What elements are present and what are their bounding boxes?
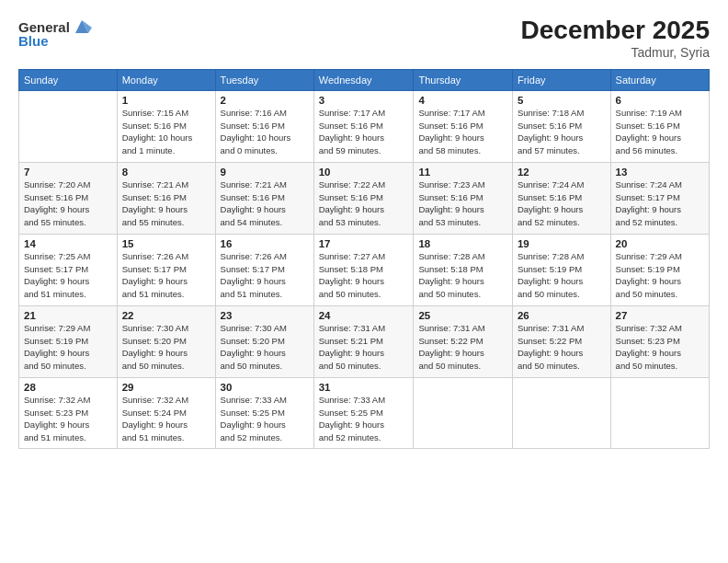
weekday-header-sunday: Sunday bbox=[19, 69, 118, 90]
day-number: 19 bbox=[518, 238, 606, 249]
week-row-4: 21Sunrise: 7:29 AM Sunset: 5:19 PM Dayli… bbox=[19, 305, 710, 377]
day-info: Sunrise: 7:17 AM Sunset: 5:16 PM Dayligh… bbox=[319, 107, 409, 157]
calendar-cell: 9Sunrise: 7:21 AM Sunset: 5:16 PM Daylig… bbox=[215, 162, 313, 234]
logo-blue-text: Blue bbox=[18, 33, 49, 49]
day-info: Sunrise: 7:29 AM Sunset: 5:19 PM Dayligh… bbox=[24, 322, 112, 373]
day-info: Sunrise: 7:21 AM Sunset: 5:16 PM Dayligh… bbox=[122, 178, 210, 229]
logo-general-text: General bbox=[18, 19, 70, 35]
calendar-cell: 21Sunrise: 7:29 AM Sunset: 5:19 PM Dayli… bbox=[19, 305, 118, 377]
day-number: 14 bbox=[24, 238, 112, 249]
day-info: Sunrise: 7:26 AM Sunset: 5:17 PM Dayligh… bbox=[221, 250, 309, 301]
day-info: Sunrise: 7:33 AM Sunset: 5:25 PM Dayligh… bbox=[221, 394, 309, 444]
day-number: 29 bbox=[122, 382, 210, 393]
day-number: 24 bbox=[319, 310, 409, 321]
title-block: December 2025 Tadmur, Syria bbox=[521, 17, 710, 60]
weekday-header-row: SundayMondayTuesdayWednesdayThursdayFrid… bbox=[19, 69, 710, 90]
day-info: Sunrise: 7:32 AM Sunset: 5:23 PM Dayligh… bbox=[616, 322, 704, 373]
day-info: Sunrise: 7:24 AM Sunset: 5:16 PM Dayligh… bbox=[518, 178, 606, 229]
day-info: Sunrise: 7:24 AM Sunset: 5:17 PM Dayligh… bbox=[616, 178, 704, 229]
week-row-1: 1Sunrise: 7:15 AM Sunset: 5:16 PM Daylig… bbox=[19, 90, 710, 162]
day-number: 4 bbox=[418, 95, 507, 106]
calendar-cell bbox=[414, 377, 513, 448]
location-title: Tadmur, Syria bbox=[521, 45, 710, 60]
day-info: Sunrise: 7:26 AM Sunset: 5:17 PM Dayligh… bbox=[122, 250, 210, 301]
weekday-header-thursday: Thursday bbox=[414, 69, 513, 90]
day-info: Sunrise: 7:16 AM Sunset: 5:16 PM Dayligh… bbox=[221, 107, 309, 157]
weekday-header-tuesday: Tuesday bbox=[215, 69, 313, 90]
day-info: Sunrise: 7:21 AM Sunset: 5:16 PM Dayligh… bbox=[221, 178, 309, 229]
header: General Blue December 2025 Tadmur, Syria bbox=[18, 17, 710, 60]
day-number: 27 bbox=[616, 310, 704, 321]
day-number: 12 bbox=[518, 167, 606, 178]
day-info: Sunrise: 7:22 AM Sunset: 5:16 PM Dayligh… bbox=[319, 178, 409, 229]
day-number: 20 bbox=[616, 238, 704, 249]
day-number: 16 bbox=[221, 238, 309, 249]
calendar-cell bbox=[512, 377, 610, 448]
weekday-header-friday: Friday bbox=[512, 69, 610, 90]
day-number: 9 bbox=[221, 167, 309, 178]
calendar-cell: 4Sunrise: 7:17 AM Sunset: 5:16 PM Daylig… bbox=[414, 90, 513, 162]
calendar-cell: 23Sunrise: 7:30 AM Sunset: 5:20 PM Dayli… bbox=[215, 305, 313, 377]
day-number: 13 bbox=[616, 167, 704, 178]
day-info: Sunrise: 7:31 AM Sunset: 5:22 PM Dayligh… bbox=[518, 322, 606, 373]
day-number: 15 bbox=[122, 238, 210, 249]
day-number: 17 bbox=[319, 238, 409, 249]
calendar-cell: 18Sunrise: 7:28 AM Sunset: 5:18 PM Dayli… bbox=[414, 234, 513, 305]
day-number: 6 bbox=[616, 95, 704, 106]
day-number: 3 bbox=[319, 95, 409, 106]
weekday-header-monday: Monday bbox=[117, 69, 215, 90]
day-info: Sunrise: 7:33 AM Sunset: 5:25 PM Dayligh… bbox=[319, 394, 409, 444]
month-title: December 2025 bbox=[521, 17, 710, 45]
day-info: Sunrise: 7:28 AM Sunset: 5:19 PM Dayligh… bbox=[518, 250, 606, 301]
calendar-cell: 26Sunrise: 7:31 AM Sunset: 5:22 PM Dayli… bbox=[512, 305, 610, 377]
day-info: Sunrise: 7:25 AM Sunset: 5:17 PM Dayligh… bbox=[24, 250, 112, 301]
calendar-cell: 16Sunrise: 7:26 AM Sunset: 5:17 PM Dayli… bbox=[215, 234, 313, 305]
weekday-header-wednesday: Wednesday bbox=[313, 69, 414, 90]
week-row-2: 7Sunrise: 7:20 AM Sunset: 5:16 PM Daylig… bbox=[19, 162, 710, 234]
day-info: Sunrise: 7:19 AM Sunset: 5:16 PM Dayligh… bbox=[616, 107, 704, 157]
calendar-cell: 5Sunrise: 7:18 AM Sunset: 5:16 PM Daylig… bbox=[512, 90, 610, 162]
calendar-table: SundayMondayTuesdayWednesdayThursdayFrid… bbox=[18, 69, 710, 449]
day-number: 25 bbox=[418, 310, 507, 321]
calendar-cell: 27Sunrise: 7:32 AM Sunset: 5:23 PM Dayli… bbox=[610, 305, 709, 377]
calendar-cell: 1Sunrise: 7:15 AM Sunset: 5:16 PM Daylig… bbox=[117, 90, 215, 162]
calendar-cell: 14Sunrise: 7:25 AM Sunset: 5:17 PM Dayli… bbox=[19, 234, 118, 305]
day-info: Sunrise: 7:15 AM Sunset: 5:16 PM Dayligh… bbox=[122, 107, 210, 157]
day-info: Sunrise: 7:20 AM Sunset: 5:16 PM Dayligh… bbox=[24, 178, 112, 229]
day-number: 1 bbox=[122, 95, 210, 106]
calendar-cell: 25Sunrise: 7:31 AM Sunset: 5:22 PM Dayli… bbox=[414, 305, 513, 377]
day-number: 30 bbox=[221, 382, 309, 393]
calendar-cell: 11Sunrise: 7:23 AM Sunset: 5:16 PM Dayli… bbox=[414, 162, 513, 234]
page: General Blue December 2025 Tadmur, Syria… bbox=[0, 0, 728, 563]
day-number: 23 bbox=[221, 310, 309, 321]
week-row-5: 28Sunrise: 7:32 AM Sunset: 5:23 PM Dayli… bbox=[19, 377, 710, 448]
day-info: Sunrise: 7:30 AM Sunset: 5:20 PM Dayligh… bbox=[221, 322, 309, 373]
calendar-cell: 2Sunrise: 7:16 AM Sunset: 5:16 PM Daylig… bbox=[215, 90, 313, 162]
calendar-cell: 28Sunrise: 7:32 AM Sunset: 5:23 PM Dayli… bbox=[19, 377, 118, 448]
day-number: 21 bbox=[24, 310, 112, 321]
day-number: 28 bbox=[24, 382, 112, 393]
day-number: 7 bbox=[24, 167, 112, 178]
day-number: 11 bbox=[418, 167, 507, 178]
day-info: Sunrise: 7:32 AM Sunset: 5:24 PM Dayligh… bbox=[122, 394, 210, 444]
day-info: Sunrise: 7:31 AM Sunset: 5:21 PM Dayligh… bbox=[319, 322, 409, 373]
calendar-cell: 13Sunrise: 7:24 AM Sunset: 5:17 PM Dayli… bbox=[610, 162, 709, 234]
calendar-cell: 10Sunrise: 7:22 AM Sunset: 5:16 PM Dayli… bbox=[313, 162, 414, 234]
calendar-cell: 7Sunrise: 7:20 AM Sunset: 5:16 PM Daylig… bbox=[19, 162, 118, 234]
calendar-cell: 22Sunrise: 7:30 AM Sunset: 5:20 PM Dayli… bbox=[117, 305, 215, 377]
day-info: Sunrise: 7:31 AM Sunset: 5:22 PM Dayligh… bbox=[418, 322, 507, 373]
calendar-cell: 29Sunrise: 7:32 AM Sunset: 5:24 PM Dayli… bbox=[117, 377, 215, 448]
calendar-cell: 17Sunrise: 7:27 AM Sunset: 5:18 PM Dayli… bbox=[313, 234, 414, 305]
day-info: Sunrise: 7:29 AM Sunset: 5:19 PM Dayligh… bbox=[616, 250, 704, 301]
calendar-cell: 12Sunrise: 7:24 AM Sunset: 5:16 PM Dayli… bbox=[512, 162, 610, 234]
day-info: Sunrise: 7:27 AM Sunset: 5:18 PM Dayligh… bbox=[319, 250, 409, 301]
calendar-cell bbox=[19, 90, 118, 162]
calendar-cell: 3Sunrise: 7:17 AM Sunset: 5:16 PM Daylig… bbox=[313, 90, 414, 162]
day-number: 31 bbox=[319, 382, 409, 393]
calendar-cell: 19Sunrise: 7:28 AM Sunset: 5:19 PM Dayli… bbox=[512, 234, 610, 305]
calendar-cell: 20Sunrise: 7:29 AM Sunset: 5:19 PM Dayli… bbox=[610, 234, 709, 305]
day-number: 26 bbox=[518, 310, 606, 321]
calendar-cell: 15Sunrise: 7:26 AM Sunset: 5:17 PM Dayli… bbox=[117, 234, 215, 305]
calendar-cell: 8Sunrise: 7:21 AM Sunset: 5:16 PM Daylig… bbox=[117, 162, 215, 234]
calendar-cell bbox=[610, 377, 709, 448]
